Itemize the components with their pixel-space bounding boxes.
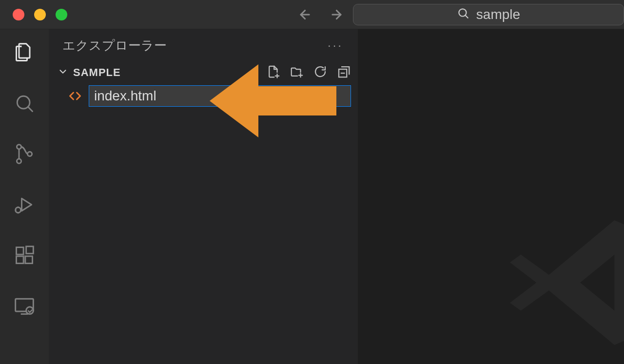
svg-point-4 xyxy=(27,152,32,156)
svg-rect-9 xyxy=(26,247,34,254)
svg-point-3 xyxy=(17,159,21,163)
sidebar-explorer: エクスプローラー ··· SAMPLE xyxy=(49,29,358,364)
new-folder-button[interactable] xyxy=(290,64,304,81)
command-center[interactable]: sample xyxy=(353,4,624,25)
folder-actions xyxy=(266,64,351,81)
chevron-down-icon xyxy=(58,66,68,79)
activity-bar xyxy=(0,29,49,364)
close-window-button[interactable] xyxy=(13,9,24,20)
svg-rect-7 xyxy=(17,256,24,264)
titlebar: sample xyxy=(0,0,624,29)
new-file-button[interactable] xyxy=(266,64,281,81)
svg-rect-6 xyxy=(17,248,24,255)
sidebar-title: エクスプローラー xyxy=(62,37,167,54)
refresh-button[interactable] xyxy=(313,64,328,81)
search-icon xyxy=(457,7,469,23)
nav-history xyxy=(297,6,344,23)
activity-extensions[interactable] xyxy=(13,244,36,267)
html-file-icon xyxy=(68,89,82,103)
new-file-row xyxy=(49,84,358,108)
activity-source-control[interactable] xyxy=(13,142,36,166)
sidebar-more-button[interactable]: ··· xyxy=(328,38,343,52)
search-text: sample xyxy=(476,7,520,22)
nav-back-button[interactable] xyxy=(297,6,314,23)
activity-explorer[interactable] xyxy=(13,41,36,64)
maximize-window-button[interactable] xyxy=(56,9,67,20)
folder-header[interactable]: SAMPLE xyxy=(49,61,358,84)
vscode-watermark-icon xyxy=(502,205,624,361)
activity-run-debug[interactable] xyxy=(13,193,36,216)
svg-point-2 xyxy=(17,145,21,149)
collapse-all-button[interactable] xyxy=(336,64,351,81)
file-name-input[interactable] xyxy=(89,85,351,107)
svg-rect-8 xyxy=(25,256,33,264)
editor-area xyxy=(358,29,624,364)
activity-remote[interactable] xyxy=(13,294,36,318)
window-controls xyxy=(0,9,67,20)
activity-search[interactable] xyxy=(13,92,36,115)
folder-name: SAMPLE xyxy=(73,66,121,79)
minimize-window-button[interactable] xyxy=(34,9,46,20)
nav-forward-button[interactable] xyxy=(328,6,344,23)
